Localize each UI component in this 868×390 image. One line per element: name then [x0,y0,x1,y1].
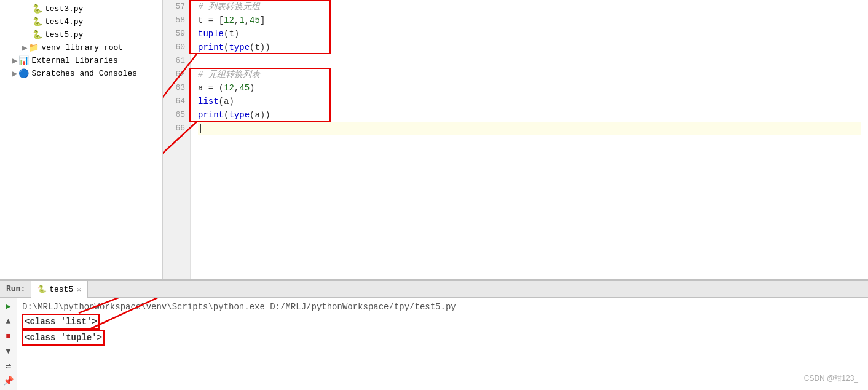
sidebar: 🐍 test3.py 🐍 test4.py 🐍 test5.py ▶ 📁 ven… [0,0,163,279]
venv-expand-icon: ▶ [22,42,27,53]
sidebar-item-venv[interactable]: ▶ 📁 venv library root [0,41,162,54]
output-result2-line: <class 'tuple'> [22,330,863,346]
main-area: 🐍 test3.py 🐍 test4.py 🐍 test5.py ▶ 📁 ven… [0,0,868,279]
code-line-63: a = ( 12 , 45 ) [198,81,861,95]
code-line-64: list ( a ) [198,95,861,108]
run-tab-label: test5 [49,285,73,294]
pin-button[interactable]: 📌 [2,375,15,388]
run-content: ▶ ▲ ■ ▼ ⇌ 📌 D:\MRLJ\pythonWorkspace\venv… [0,298,868,390]
python-icon: 🐍 [32,30,42,40]
run-button[interactable]: ▶ [2,300,15,312]
output-result1-line: <class 'list'> [22,314,863,330]
python-icon: 🐍 [32,4,42,14]
sidebar-label-scratches: Scratches and Consoles [31,69,137,78]
python-icon: 🐍 [32,17,42,27]
sidebar-item-scratches[interactable]: ▶ 🔵 Scratches and Consoles [0,67,162,80]
library-icon: 📊 [18,55,29,66]
sidebar-item-test5[interactable]: 🐍 test5.py [0,28,162,41]
code-editor: 57 58 59 60 61 62 63 64 65 66 # 列表转换元组 t [163,0,868,279]
wrap-button[interactable]: ⇌ [2,360,15,372]
comment-57: # 列表转换元组 [198,0,260,14]
run-label: Run: [0,284,31,293]
scroll-up-button[interactable]: ▲ [2,315,15,327]
code-line-59: tuple ( t ) [198,27,861,41]
code-line-60: print ( type ( t )) [198,41,861,54]
output-path-line: D:\MRLJ\pythonWorkspace\venv\Scripts\pyt… [22,300,863,314]
line-numbers: 57 58 59 60 61 62 63 64 65 66 [163,0,191,279]
run-toolbar: ▶ ▲ ■ ▼ ⇌ 📌 [0,298,17,390]
scratches-icon: 🔵 [18,68,29,79]
run-panel: Run: 🐍 test5 ✕ ▶ ▲ ■ ▼ ⇌ 📌 D:\MRLJ\pytho… [0,279,868,390]
output-result1: <class 'list'> [22,314,100,330]
close-tab-button[interactable]: ✕ [77,285,81,293]
sidebar-item-external-libs[interactable]: ▶ 📊 External Libraries [0,54,162,67]
sidebar-item-test4[interactable]: 🐍 test4.py [0,15,162,28]
stop-button[interactable]: ■ [2,330,15,343]
ext-expand-icon: ▶ [12,55,17,66]
sidebar-label-test3: test3.py [45,4,83,14]
code-editor-area[interactable]: 57 58 59 60 61 62 63 64 65 66 # 列表转换元组 t [163,0,868,279]
scratches-expand-icon: ▶ [12,68,17,79]
run-path: D:\MRLJ\pythonWorkspace\venv\Scripts\pyt… [22,300,456,314]
code-line-57: # 列表转换元组 [198,0,861,14]
python-tab-icon: 🐍 [37,285,47,294]
code-line-58: t = [ 12 , 1 , 45 ] [198,14,861,27]
code-line-61 [198,54,861,68]
output-result2: <class 'tuple'> [22,330,105,346]
code-content[interactable]: # 列表转换元组 t = [ 12 , 1 , 45 ] tuple [191,0,868,279]
sidebar-label-test5: test5.py [45,30,83,39]
sidebar-label-test4: test4.py [45,17,83,26]
folder-icon: 📁 [28,42,39,53]
run-output: D:\MRLJ\pythonWorkspace\venv\Scripts\pyt… [17,298,868,390]
run-tab-bar: Run: 🐍 test5 ✕ [0,281,868,298]
watermark: CSDN @甜123_ [804,372,858,385]
code-line-66: | [198,122,861,135]
comment-62: # 元组转换列表 [198,68,260,81]
code-line-62: # 元组转换列表 [198,68,861,81]
sidebar-label-external: External Libraries [31,56,117,65]
output-box1: <class 'list'> [22,314,100,330]
code-line-65: print ( type ( a )) [198,108,861,122]
run-tab-test5[interactable]: 🐍 test5 ✕ [31,281,88,298]
sidebar-item-test3[interactable]: 🐍 test3.py [0,2,162,15]
output-box2: <class 'tuple'> [22,330,105,346]
sidebar-label-venv: venv library root [41,43,123,52]
scroll-down-button[interactable]: ▼ [2,345,15,357]
